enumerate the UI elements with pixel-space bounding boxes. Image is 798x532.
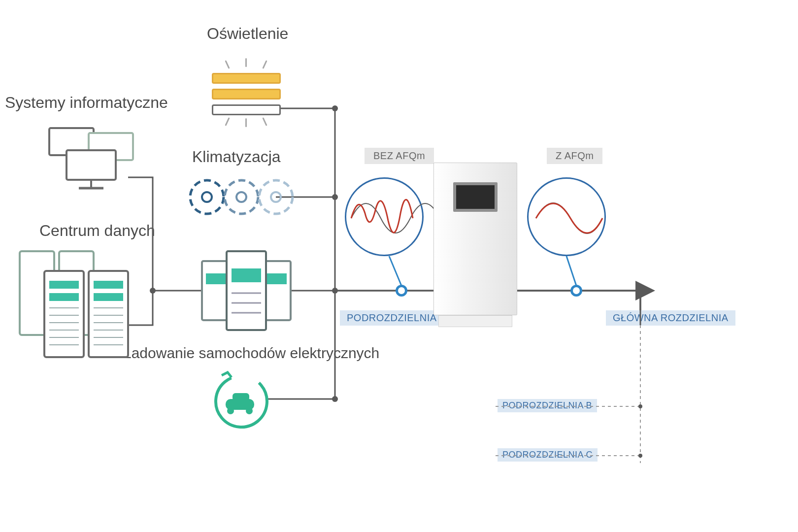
waveform-before-icon [345, 177, 424, 256]
svg-point-55 [246, 407, 253, 414]
svg-point-18 [259, 180, 293, 214]
svg-rect-42 [202, 261, 229, 320]
data-center-icon [15, 246, 143, 360]
svg-rect-47 [267, 273, 287, 284]
svg-point-3 [332, 105, 338, 111]
ups-rack-icon [197, 246, 296, 335]
ev-charging-icon [207, 369, 276, 433]
svg-rect-28 [94, 281, 123, 289]
svg-marker-0 [635, 281, 655, 300]
svg-rect-45 [232, 268, 261, 282]
svg-point-21 [271, 192, 281, 202]
svg-rect-43 [264, 261, 291, 320]
svg-rect-29 [94, 293, 123, 301]
svg-rect-27 [49, 293, 79, 301]
svg-line-10 [566, 256, 576, 286]
svg-rect-13 [66, 150, 116, 180]
waveform-after-icon [527, 177, 606, 256]
svg-point-20 [236, 192, 246, 202]
it-systems-icon [39, 123, 138, 197]
svg-point-54 [227, 407, 234, 414]
svg-point-19 [202, 192, 212, 202]
svg-rect-46 [206, 273, 226, 284]
svg-rect-26 [49, 281, 79, 289]
hvac-icon [187, 172, 296, 222]
svg-rect-44 [227, 251, 266, 330]
measure-point-before [396, 285, 407, 297]
svg-rect-53 [233, 393, 249, 401]
afqm-device-icon [433, 163, 517, 328]
svg-point-2 [638, 454, 642, 458]
measure-point-after [570, 285, 582, 297]
svg-line-9 [389, 256, 401, 286]
svg-point-17 [225, 180, 258, 214]
svg-point-1 [638, 404, 642, 408]
lighting-icon [207, 69, 286, 133]
svg-point-16 [190, 180, 224, 214]
